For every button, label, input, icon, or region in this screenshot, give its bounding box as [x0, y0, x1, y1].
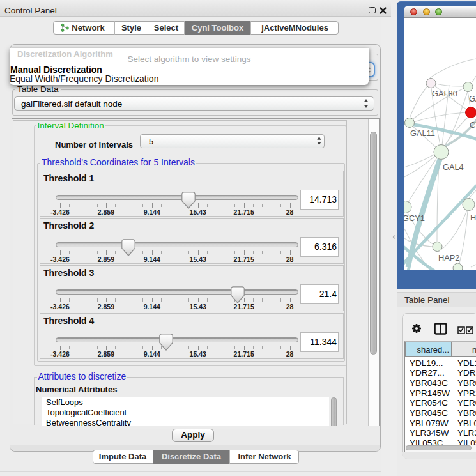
- svg-text:HAP2: HAP2: [438, 253, 459, 263]
- svg-text:H: H: [470, 213, 476, 222]
- svg-text:GCY1: GCY1: [404, 213, 425, 223]
- svg-text:GAL11: GAL11: [410, 128, 435, 138]
- svg-text:CY: CY: [470, 120, 476, 130]
- svg-text:GAL4: GAL4: [443, 162, 464, 172]
- svg-text:GAL80: GAL80: [432, 89, 457, 98]
- svg-text:GA: GA: [469, 94, 476, 104]
